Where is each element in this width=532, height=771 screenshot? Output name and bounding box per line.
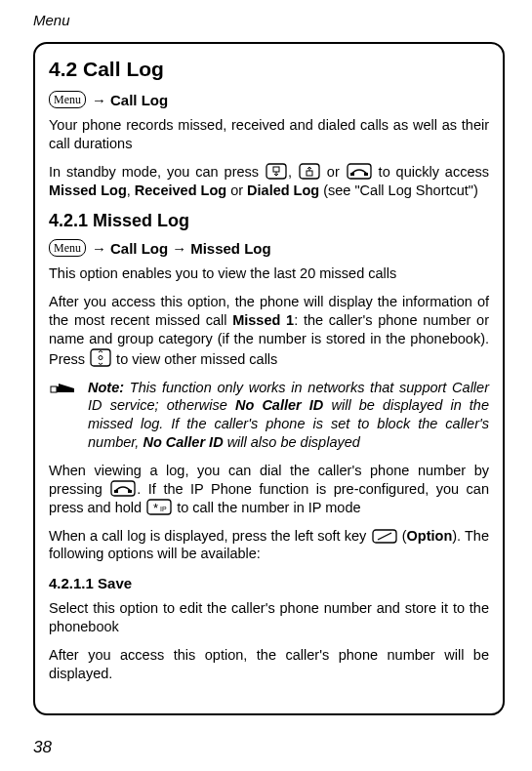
up-arrow-key-icon — [299, 163, 320, 181]
content-box: 4.2 Call Log Menu → Call Log Your phone … — [33, 42, 505, 715]
star-key-icon: *IP — [146, 499, 172, 516]
page-header: Menu — [33, 12, 505, 28]
svg-point-10 — [99, 355, 102, 359]
paragraph: Your phone records missed, received and … — [49, 116, 489, 153]
svg-rect-15 — [147, 500, 171, 514]
nav-text: Call Log — [110, 240, 168, 257]
svg-rect-12 — [111, 481, 135, 496]
svg-rect-7 — [350, 173, 354, 176]
left-softkey-icon — [372, 529, 397, 545]
svg-rect-4 — [307, 171, 312, 176]
svg-rect-13 — [114, 490, 118, 493]
svg-rect-11 — [51, 386, 57, 392]
subsubsection-title: 4.2.1.1 Save — [49, 575, 489, 591]
nav-path-2: Menu → Call Log → Missed Log — [49, 239, 489, 257]
svg-text:IP: IP — [160, 506, 167, 512]
svg-rect-8 — [364, 173, 368, 176]
svg-rect-14 — [128, 490, 132, 493]
call-key-icon — [110, 480, 136, 498]
note-block: Note: This function only works in networ… — [49, 379, 489, 452]
nav-path-1: Menu → Call Log — [49, 91, 489, 108]
paragraph: After you access this option, the phone … — [49, 293, 489, 368]
subsection-title: 4.2.1 Missed Log — [49, 211, 489, 231]
paragraph: This option enables you to view the last… — [49, 264, 489, 283]
svg-rect-9 — [91, 349, 110, 366]
arrow-icon: → — [92, 240, 106, 257]
section-title: 4.2 Call Log — [49, 58, 489, 81]
arrow-icon: → — [172, 240, 186, 257]
down-arrow-key-icon — [266, 163, 287, 181]
paragraph: In standby mode, you can press , or to q… — [49, 163, 489, 200]
nav-text: Missed Log — [190, 240, 271, 257]
call-key-icon — [347, 163, 372, 181]
pointing-hand-icon — [49, 379, 78, 452]
svg-line-19 — [378, 533, 391, 540]
svg-rect-1 — [273, 167, 279, 172]
arrow-icon: → — [92, 92, 106, 108]
svg-text:*: * — [153, 501, 158, 515]
page-number: 38 — [33, 738, 52, 757]
paragraph: When viewing a log, you can dial the cal… — [49, 462, 489, 517]
paragraph: When a call log is displayed, press the … — [49, 527, 489, 564]
menu-icon: Menu — [49, 239, 86, 257]
menu-icon: Menu — [49, 91, 86, 108]
nav-key-icon — [90, 348, 111, 368]
paragraph: After you access this option, the caller… — [49, 646, 489, 683]
nav-text: Call Log — [110, 92, 168, 108]
svg-rect-6 — [348, 164, 371, 179]
paragraph: Select this option to edit the caller's … — [49, 599, 489, 636]
note-text: Note: This function only works in networ… — [88, 379, 489, 452]
